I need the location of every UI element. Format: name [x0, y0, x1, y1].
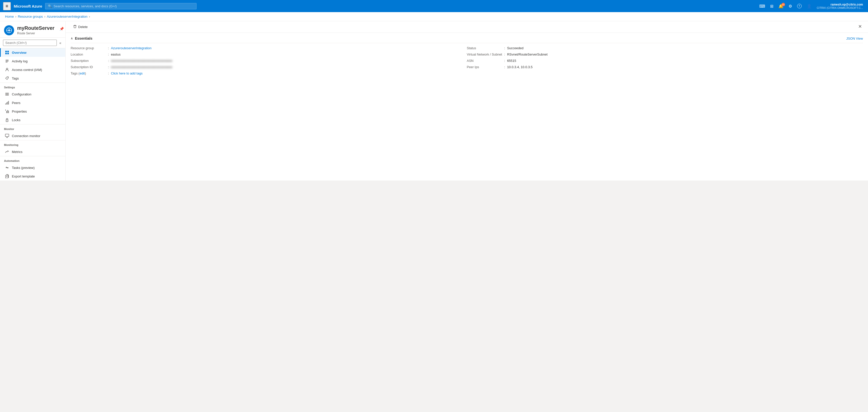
tags-edit-link[interactable]: edit [80, 71, 85, 75]
prop-colon-5: : [108, 71, 109, 75]
locks-icon [5, 118, 9, 122]
configuration-icon [5, 92, 9, 96]
top-navigation: ≡ Microsoft Azure 🔍 ⌨ ⊞ 🔔 10 ⚙ ? 👤 rames… [0, 0, 868, 12]
svg-rect-36 [5, 175, 8, 178]
breadcrumb-home[interactable]: Home [5, 14, 14, 19]
help-button[interactable]: ? [795, 2, 804, 10]
resource-group-link[interactable]: AzurerouteserverIntegration [111, 46, 152, 50]
resource-header: myRouteServer Route Server 📌 ☆ ··· [0, 21, 65, 38]
prop-label-subscription: Subscription [71, 59, 106, 63]
svg-point-27 [7, 120, 7, 121]
sidebar-item-label-properties: Properties [12, 110, 27, 113]
prop-label-tags: Tags (edit) [71, 71, 106, 75]
export-template-svg-icon [5, 174, 9, 178]
section-header-automation: Automation [0, 156, 65, 163]
svg-rect-8 [5, 53, 7, 54]
notifications-button[interactable]: 🔔 10 [776, 2, 785, 10]
account-button[interactable]: 👤 [805, 2, 814, 10]
prop-subscription: Subscription : ●●●●●●●●●●●●●●●●●●●●●●●●●… [71, 59, 467, 63]
sidebar-item-tasks-preview[interactable]: Tasks (preview) [0, 163, 65, 172]
sidebar-collapse-button[interactable]: « [58, 40, 62, 46]
svg-rect-39 [74, 25, 75, 26]
user-info[interactable]: ramesh.vp@citrix.com CITRIX (CITRIX.ONMI… [815, 2, 865, 10]
sidebar-item-label-tags: Tags [12, 77, 19, 80]
activity-log-svg-icon [5, 59, 9, 63]
essentials-title-container[interactable]: ∧ Essentials [71, 36, 92, 40]
prop-colon-2: : [108, 53, 109, 56]
configuration-svg-icon [5, 92, 9, 96]
sidebar-item-label-overview: Overview [12, 51, 27, 55]
svg-rect-23 [6, 111, 7, 113]
sidebar-item-peers[interactable]: Peers [0, 98, 65, 107]
sidebar-item-metrics[interactable]: Metrics [0, 147, 65, 156]
breadcrumb-resource-groups[interactable]: Resource groups [18, 14, 43, 19]
sidebar-search-input[interactable] [3, 40, 57, 46]
close-button[interactable]: ✕ [856, 23, 864, 30]
person-icon: 👤 [807, 4, 812, 8]
prop-value-vnet-subnet: RSvnet/RouteServerSubnet [507, 53, 548, 56]
prop-status: Status : Succeeded [467, 46, 863, 50]
directory-button[interactable]: ⊞ [768, 2, 775, 10]
sidebar-item-tags[interactable]: Tags [0, 74, 65, 83]
tags-add-link[interactable]: Click here to add tags [111, 71, 143, 75]
prop-colon-8: : [504, 59, 505, 63]
svg-rect-22 [5, 110, 6, 111]
sidebar-item-activity-log[interactable]: Activity log [0, 57, 65, 65]
sidebar-item-export-template[interactable]: Export template [0, 172, 65, 180]
tags-icon [5, 76, 9, 81]
svg-rect-6 [5, 51, 7, 52]
sidebar-item-locks[interactable]: Locks [0, 116, 65, 124]
prop-label-peer-ips: Peer Ips [467, 65, 502, 69]
prop-value-peer-ips: 10.0.3.4, 10.0.3.5 [507, 65, 532, 69]
settings-button[interactable]: ⚙ [786, 2, 794, 10]
subscription-id-blurred: ●●●●●●●●●●●●●●●●●●●●●●●●●●●●●●● [111, 65, 172, 69]
svg-rect-7 [7, 51, 9, 52]
prop-colon-1: : [108, 46, 109, 50]
delete-button[interactable]: Delete [71, 23, 90, 31]
hamburger-menu-button[interactable]: ≡ [3, 2, 11, 10]
search-input[interactable] [54, 4, 194, 8]
prop-value-status: Succeeded [507, 46, 523, 50]
prop-peer-ips: Peer Ips : 10.0.3.4, 10.0.3.5 [467, 65, 863, 69]
sidebar-item-connection-monitor[interactable]: Connection monitor [0, 131, 65, 140]
sidebar-item-access-control[interactable]: Access control (IAM) [0, 65, 65, 74]
close-icon: ✕ [858, 24, 862, 29]
sidebar-item-label-connection-monitor: Connection monitor [12, 134, 40, 138]
directory-icon: ⊞ [770, 4, 773, 8]
user-org: CITRIX (CITRIX.ONMICROSOFT.C... [817, 6, 863, 9]
sidebar-item-properties[interactable]: Properties [0, 107, 65, 116]
svg-point-14 [7, 77, 8, 78]
svg-rect-18 [5, 104, 6, 105]
prop-value-subscription: ●●●●●●●●●●●●●●●●●●●●●●●●●●●●●●● [111, 59, 172, 63]
properties-icon [5, 109, 9, 114]
section-header-settings: Settings [0, 83, 65, 90]
json-view-link[interactable]: JSON View [846, 37, 863, 40]
subscription-value-blurred: ●●●●●●●●●●●●●●●●●●●●●●●●●●●●●●● [111, 59, 172, 63]
prop-tags: Tags (edit) : Click here to add tags [71, 71, 467, 75]
cloud-shell-button[interactable]: ⌨ [757, 2, 767, 10]
collapse-icon: « [59, 41, 61, 45]
sidebar-item-label-metrics: Metrics [12, 150, 23, 154]
sidebar-item-configuration[interactable]: Configuration [0, 90, 65, 98]
properties-left: Resource group : AzurerouteserverIntegra… [71, 46, 467, 75]
prop-value-resource-group: AzurerouteserverIntegration [111, 46, 152, 50]
breadcrumb-integration[interactable]: AzurerouteserverIntegration [47, 14, 88, 19]
svg-rect-21 [8, 101, 9, 105]
breadcrumb-sep-1: › [16, 15, 17, 19]
tasks-icon [5, 165, 9, 170]
terminal-icon: ⌨ [759, 4, 765, 8]
nav-icon-group: ⌨ ⊞ 🔔 10 ⚙ ? 👤 ramesh.vp@citrix.com CITR… [757, 2, 865, 10]
resource-subtitle: Route Server [17, 32, 55, 35]
prop-label-vnet-subnet: Virtual Network / Subnet [467, 53, 502, 56]
global-search-box[interactable]: 🔍 [45, 3, 196, 9]
pin-icon: 📌 [60, 27, 64, 31]
prop-label-location: Location [71, 53, 106, 56]
prop-value-subscription-id: ●●●●●●●●●●●●●●●●●●●●●●●●●●●●●●● [111, 65, 172, 69]
pin-button[interactable]: 📌 [59, 26, 65, 31]
prop-asn: ASN : 65515 [467, 59, 863, 63]
trash-icon [73, 25, 77, 28]
toolbar: Delete [66, 21, 868, 33]
sidebar: myRouteServer Route Server 📌 ☆ ··· « [0, 21, 66, 180]
prop-value-asn: 65515 [507, 59, 516, 63]
sidebar-item-overview[interactable]: Overview [0, 48, 65, 57]
